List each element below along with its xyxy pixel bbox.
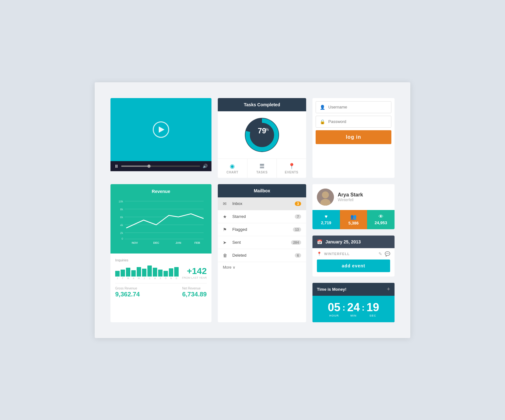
message-icon[interactable]: 💬 xyxy=(385,251,390,256)
inquiries-number: +142 xyxy=(182,266,207,276)
inbox-badge: 3 xyxy=(295,201,301,206)
svg-text:DEC: DEC xyxy=(153,241,159,244)
mail-deleted[interactable]: 🗑 Deleted 6 xyxy=(218,249,306,262)
events-nav-icon: 📍 xyxy=(279,163,304,170)
timer-card: Time is Money! + 05 HOUR : 24 MIN : 19 S… xyxy=(312,283,395,322)
timer-seconds: 19 SEC xyxy=(366,301,379,317)
svg-text:4k: 4k xyxy=(120,224,123,227)
followers-icon: 👥 xyxy=(350,214,357,220)
mail-sent[interactable]: ➤ Sent 284 xyxy=(218,236,306,249)
profile-card: Arya Stark Winterfell ♥ 2,719 👥 5,386 👁 … xyxy=(312,184,395,229)
event-location: WINTERFELL xyxy=(324,252,376,256)
pause-icon[interactable]: ⏸ xyxy=(114,164,119,169)
bar-12 xyxy=(174,267,179,277)
minutes-label: MIN xyxy=(347,314,360,317)
profile-stats: ♥ 2,719 👥 5,386 👁 24,953 xyxy=(312,210,395,229)
sent-label: Sent xyxy=(232,240,291,245)
revenue-row: Gross Revenue 9,362.74 Net Revenue 6,734… xyxy=(115,287,207,298)
nav-events[interactable]: 📍 EVENTS xyxy=(277,159,306,178)
bar-5 xyxy=(137,267,141,277)
mail-flagged[interactable]: ⚑ Flagged 13 xyxy=(218,223,306,236)
mail-inbox[interactable]: ✉ Inbox 3 xyxy=(218,197,306,210)
username-input[interactable] xyxy=(328,105,387,109)
seconds-label: SEC xyxy=(366,314,379,317)
donut-container: 79 % xyxy=(218,111,306,159)
chart-nav-label: CHART xyxy=(220,171,245,174)
bar-6 xyxy=(142,269,146,277)
password-wrap: 🔒 xyxy=(316,116,391,128)
inquiries-right: +142 FROM LAST YEAR xyxy=(182,266,207,279)
svg-point-0 xyxy=(245,118,279,152)
timer-minutes: 24 MIN xyxy=(347,301,360,317)
divider xyxy=(115,283,207,283)
svg-text:FEB: FEB xyxy=(194,241,200,244)
add-event-button[interactable]: add event xyxy=(317,260,390,272)
event-header: 📅 January 25, 2013 xyxy=(312,236,395,248)
gross-label: Gross Revenue xyxy=(115,287,140,290)
bar-10 xyxy=(163,271,168,277)
revenue-title: Revenue xyxy=(115,189,207,194)
tasks-title: Tasks Completed xyxy=(244,102,280,107)
progress-thumb xyxy=(147,165,151,168)
deleted-label: Deleted xyxy=(232,253,295,258)
play-button[interactable] xyxy=(153,121,169,138)
password-input[interactable] xyxy=(328,119,387,124)
events-nav-label: EVENTS xyxy=(279,171,304,174)
gross-value: 9,362.74 xyxy=(115,291,140,298)
minutes-value: 24 xyxy=(347,301,360,314)
gross-revenue: Gross Revenue 9,362.74 xyxy=(115,287,140,298)
month-labels: J F M A M J J A S O N D xyxy=(115,277,179,279)
user-icon: 👤 xyxy=(320,105,325,110)
bar-9 xyxy=(158,270,163,277)
event-actions: ✎ 💬 xyxy=(378,251,390,256)
stat-views[interactable]: 👁 24,953 xyxy=(367,210,395,229)
svg-text:%: % xyxy=(265,127,269,132)
svg-text:10k: 10k xyxy=(118,200,123,203)
edit-icon[interactable]: ✎ xyxy=(378,251,382,256)
location-icon: 📍 xyxy=(317,252,322,256)
bar-11 xyxy=(169,268,173,277)
video-screen xyxy=(110,98,211,161)
bar-1 xyxy=(115,271,120,277)
play-icon xyxy=(159,126,164,133)
profile-info: Arya Stark Winterfell xyxy=(312,184,395,210)
video-controls: ⏸ 🔊 xyxy=(110,161,211,171)
svg-text:0: 0 xyxy=(122,237,123,240)
from-label: FROM LAST YEAR xyxy=(182,276,207,279)
stat-followers[interactable]: 👥 5,386 xyxy=(340,210,367,229)
login-button[interactable]: log in xyxy=(316,130,391,144)
nav-chart[interactable]: ◉ CHART xyxy=(218,159,247,178)
volume-icon[interactable]: 🔊 xyxy=(203,164,208,168)
inquiries-label: Inquiries xyxy=(115,258,207,262)
timer-add-icon[interactable]: + xyxy=(387,286,390,293)
starred-label: Starred xyxy=(232,214,295,219)
svg-text:8k: 8k xyxy=(120,208,123,211)
chart-nav-icon: ◉ xyxy=(220,163,245,170)
hours-value: 05 xyxy=(328,301,341,314)
tasks-nav-label: TASKS xyxy=(250,171,274,174)
mailbox-header: Mailbox xyxy=(218,184,306,197)
hours-label: HOUR xyxy=(328,314,341,317)
tasks-nav: ◉ CHART ☰ TASKS 📍 EVENTS xyxy=(218,159,306,178)
stat-likes[interactable]: ♥ 2,719 xyxy=(312,210,340,229)
nav-tasks[interactable]: ☰ TASKS xyxy=(247,159,277,178)
flagged-icon: ⚑ xyxy=(223,227,229,232)
svg-point-21 xyxy=(322,191,329,198)
likes-count: 2,719 xyxy=(321,220,331,225)
mail-more[interactable]: More ∨ xyxy=(218,262,306,273)
avatar xyxy=(317,189,334,206)
progress-bar[interactable] xyxy=(121,166,200,167)
username-wrap: 👤 xyxy=(316,101,391,113)
login-card: 👤 🔒 log in xyxy=(312,98,395,178)
followers-count: 5,386 xyxy=(348,221,359,225)
mail-starred[interactable]: ★ Starred 7 xyxy=(218,210,306,223)
starred-badge: 7 xyxy=(295,214,301,219)
lock-icon: 🔒 xyxy=(320,119,325,124)
revenue-chart-area: Revenue 10k 8k 6k 4k 2k 0 NOV xyxy=(110,184,211,254)
colon-2: : xyxy=(361,303,365,313)
bar-2 xyxy=(121,270,125,277)
flagged-label: Flagged xyxy=(232,227,293,232)
bar-8 xyxy=(153,268,157,277)
inquiries-section: Inquiries xyxy=(115,258,207,279)
svg-text:6k: 6k xyxy=(120,216,123,219)
